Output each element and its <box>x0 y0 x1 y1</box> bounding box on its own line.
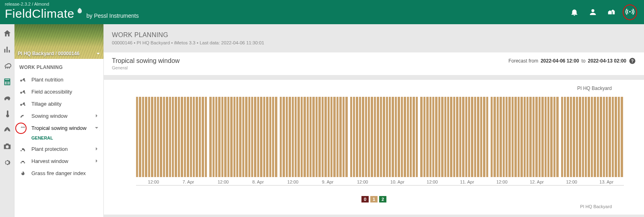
nav-label: Plant nutrition <box>31 77 64 83</box>
chart-bar <box>591 97 593 177</box>
chart-bar <box>242 97 244 177</box>
nav-plant-nutrition[interactable]: Plant nutrition <box>14 73 103 86</box>
rail-animal-icon[interactable] <box>3 94 12 102</box>
caret-down-icon <box>96 52 100 56</box>
chevron-right-icon <box>95 159 99 163</box>
chart-bar <box>295 97 297 177</box>
chart-bar <box>518 97 520 177</box>
chart-bar <box>420 97 422 177</box>
legend-chip-0[interactable]: 0 <box>361 196 369 202</box>
x-tick: 9. Apr <box>322 179 334 184</box>
chart-bar <box>193 97 195 177</box>
chart-bar <box>233 97 235 177</box>
chart-bar <box>359 97 361 177</box>
page-title: WORK PLANNING <box>112 31 636 39</box>
chart-bar <box>328 97 330 177</box>
forecast-from: 2022-04-06 12:00 <box>541 58 579 64</box>
legend-chip-1[interactable]: 1 <box>370 196 378 202</box>
bell-icon[interactable] <box>570 8 579 17</box>
chart-bar <box>175 97 177 177</box>
x-tick: 12:00 <box>148 179 159 184</box>
chart-bar <box>416 97 418 177</box>
chart-bar <box>151 97 153 177</box>
rail-camera-icon[interactable] <box>3 142 12 151</box>
nav-tropical-sowing[interactable]: Tropical sowing window <box>14 122 103 134</box>
rail-home-icon[interactable] <box>3 29 12 38</box>
card-subtitle: General <box>112 65 180 70</box>
chart-bar <box>395 97 397 177</box>
chart-xaxis: 12:007. Apr12:008. Apr12:009. Apr12:0010… <box>136 179 624 187</box>
x-tick: 12:00 <box>287 179 299 184</box>
rail-workplanning-icon[interactable] <box>3 77 12 86</box>
seed-icon <box>19 113 27 119</box>
nav-harvest-window[interactable]: Harvest window <box>14 155 103 167</box>
nav-sowing-window[interactable]: Sowing window <box>14 110 103 122</box>
houses-icon[interactable] <box>607 8 616 17</box>
chart-bar <box>266 97 268 177</box>
x-tick: 12:00 <box>357 179 368 184</box>
chart-bar <box>227 97 229 177</box>
nav-label: Field accessibility <box>31 89 72 95</box>
nav-grass-fire[interactable]: Grass fire danger index <box>14 167 103 179</box>
svg-point-7 <box>24 150 25 151</box>
chart-bar <box>139 97 141 177</box>
chart-bar <box>579 97 581 177</box>
tractor-icon <box>19 100 27 107</box>
rail-rain-icon[interactable] <box>3 61 12 70</box>
chart-bar <box>239 97 241 177</box>
nav-plant-protection[interactable]: Plant protection <box>14 143 103 155</box>
rail-chart-icon[interactable] <box>3 45 12 54</box>
chart-bar <box>205 97 207 177</box>
chart-bar <box>263 97 265 177</box>
chart-bar <box>508 97 510 177</box>
leaf-icon <box>76 7 83 15</box>
legend-chip-2[interactable]: 2 <box>379 196 386 202</box>
chart-bar <box>350 97 352 177</box>
side-nav-list: Plant nutrition Field accessibility Till… <box>14 73 103 179</box>
chart-plot: 12:007. Apr12:008. Apr12:009. Apr12:0010… <box>136 93 624 186</box>
chart-bar <box>254 97 256 177</box>
chart-bar <box>213 97 215 177</box>
nav-field-accessibility[interactable]: Field accessibility <box>14 86 103 98</box>
chart-bar <box>292 97 294 177</box>
chart-bar <box>465 97 467 177</box>
x-tick: 10. Apr <box>390 179 405 184</box>
nav-tropical-sub-general[interactable]: GENERAL <box>14 134 103 143</box>
page-breadcrumb: 00000146 • PI HQ Backyard • iMetos 3.3 •… <box>112 40 636 45</box>
chart-bar <box>404 97 406 177</box>
nav-label: Grass fire danger index <box>31 170 86 176</box>
forecast-to: 2022-04-13 02:00 <box>588 58 626 64</box>
broadcast-icon[interactable] <box>625 7 634 16</box>
chart-bar <box>178 97 180 177</box>
chart-bar <box>606 97 608 177</box>
chart-bar <box>257 97 259 177</box>
chart-bar <box>597 97 599 177</box>
chart-card: PI HQ Backyard 12:007. Apr12:008. Apr12:… <box>104 80 644 215</box>
nav-tillage-ability[interactable]: Tillage ability <box>14 98 103 110</box>
chart-bar <box>272 97 274 177</box>
user-icon[interactable] <box>588 8 597 17</box>
chart-bar <box>520 97 522 177</box>
chart-bar <box>322 97 324 177</box>
chart-bars <box>136 97 624 177</box>
rail-gear-icon[interactable] <box>3 158 12 167</box>
chart-bar <box>529 97 531 177</box>
page-header: WORK PLANNING 00000146 • PI HQ Backyard … <box>104 24 644 49</box>
chart-bar <box>493 97 495 177</box>
chart-bar <box>392 97 394 177</box>
chart-bar <box>362 97 364 177</box>
chart-bar <box>318 97 320 177</box>
station-hero[interactable]: PI HQ Backyard / 00000146 <box>14 24 103 59</box>
chart-bar <box>429 97 431 177</box>
rail-thermometer-icon[interactable] <box>3 110 12 119</box>
chart-bar <box>356 97 358 177</box>
forecast-prefix: Forecast from <box>508 58 538 64</box>
chart-bar <box>480 97 482 177</box>
chart-bar <box>283 97 285 177</box>
chart-bar <box>564 97 566 177</box>
help-icon[interactable]: ? <box>629 57 636 65</box>
chart-bar <box>136 97 138 177</box>
palm-icon <box>19 125 27 131</box>
tractor-icon <box>19 76 27 83</box>
rail-leaves-icon[interactable] <box>3 126 12 135</box>
